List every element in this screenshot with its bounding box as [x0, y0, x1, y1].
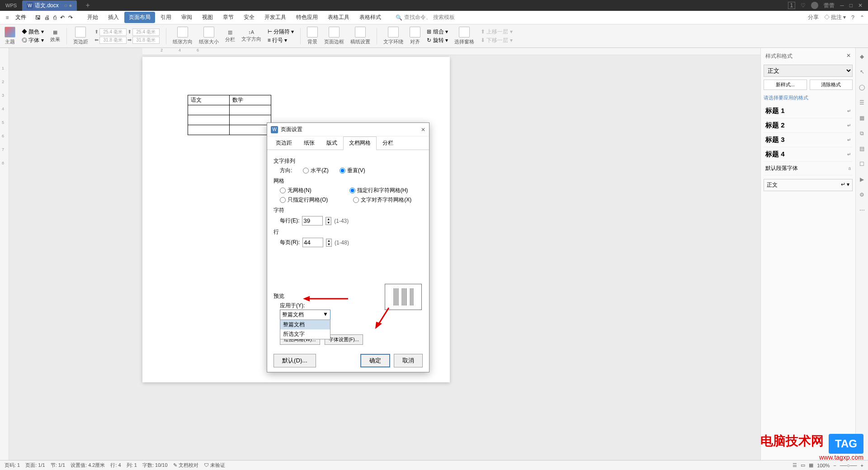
tool-grid-icon[interactable]: ▤	[858, 145, 866, 153]
tab-special[interactable]: 特色应用	[292, 12, 322, 23]
vertical-ruler[interactable]: 1234 5678	[0, 48, 9, 460]
tool-link-icon[interactable]: ⧉	[858, 129, 866, 137]
table-cell[interactable]: 语文	[188, 95, 230, 105]
columns-button[interactable]: ▥分栏	[225, 29, 235, 43]
add-tab-button[interactable]: +	[86, 1, 90, 9]
tab-review[interactable]: 审阅	[177, 12, 197, 23]
zoom-value[interactable]: 100%	[817, 463, 830, 468]
style-default-font[interactable]: 默认段落字体a	[764, 162, 853, 175]
linenum-button[interactable]: ≡ 行号 ▾	[268, 37, 294, 44]
perpage-spinner[interactable]: ▲▼	[326, 239, 332, 247]
dlg-tab-margins[interactable]: 页边距	[270, 136, 298, 150]
current-style-select[interactable]: 正文	[764, 65, 853, 77]
margin-right-input[interactable]	[132, 37, 160, 44]
style-h1[interactable]: 标题 1↵	[764, 104, 853, 118]
badge[interactable]: 1	[788, 2, 796, 9]
save-icon[interactable]: 🖫	[35, 14, 41, 21]
tool-text-icon[interactable]: ☰	[858, 99, 866, 107]
zoom-out-icon[interactable]: −	[833, 463, 836, 468]
view-page-icon[interactable]: ▭	[801, 462, 805, 468]
wrap-button[interactable]: 文字环绕	[383, 27, 403, 45]
print-icon[interactable]: 🖨	[44, 14, 50, 21]
tab-tablestyle[interactable]: 表格样式	[355, 12, 386, 23]
perline-spinner[interactable]: ▲▼	[326, 217, 331, 225]
dlg-tab-grid[interactable]: 文档网格	[343, 136, 377, 150]
tool-more-icon[interactable]: ⋯	[858, 206, 866, 214]
aligngrid-radio[interactable]: 文字对齐字符网格(X)	[353, 196, 411, 204]
collapse-ribbon-icon[interactable]: ⌃	[860, 14, 864, 21]
ok-button[interactable]: 确定	[360, 354, 390, 367]
font-button[interactable]: ◎ 字体 ▾	[22, 37, 44, 44]
document-table[interactable]: 语文数学	[188, 95, 271, 135]
style-h4[interactable]: 标题 4↵	[764, 147, 853, 162]
dlg-tab-layout[interactable]: 版式	[321, 136, 343, 150]
tab-tabletools[interactable]: 表格工具	[323, 12, 354, 23]
tab-insert[interactable]: 插入	[104, 12, 123, 23]
close-tab-icon[interactable]: ○ ●	[64, 2, 72, 9]
status-row[interactable]: 行: 4	[110, 462, 121, 469]
breaks-button[interactable]: ⊢ 分隔符 ▾	[268, 28, 294, 36]
tool-table-icon[interactable]: ▦	[858, 114, 866, 122]
margins-button[interactable]: 页边距	[73, 27, 88, 45]
status-pos[interactable]: 设置值: 4.2厘米	[71, 462, 105, 469]
rotate-button[interactable]: ↻ 旋转 ▾	[427, 37, 448, 44]
menu-icon[interactable]: ≡	[4, 14, 11, 21]
status-verify[interactable]: 🛡 未验证	[204, 462, 225, 469]
file-menu[interactable]: 文件	[12, 13, 30, 22]
color-button[interactable]: ◆ 颜色 ▾	[22, 28, 44, 36]
cancel-button[interactable]: 取消	[394, 354, 423, 367]
search-placeholder[interactable]: 搜索模板	[433, 14, 455, 21]
note-button[interactable]: ◇ 批注 ▾	[824, 14, 846, 21]
perline-input[interactable]	[302, 216, 323, 226]
dropdown-option-selection[interactable]: 所选文字	[280, 329, 330, 339]
maximize-icon[interactable]: □	[849, 2, 853, 9]
style-h3[interactable]: 标题 3↵	[764, 133, 853, 147]
applyto-combo[interactable]: 整篇文档▼	[280, 310, 330, 320]
group-button[interactable]: ⊞ 组合 ▾	[427, 28, 448, 36]
minimize-icon[interactable]: ─	[840, 2, 844, 9]
status-section[interactable]: 节: 1/1	[51, 462, 65, 469]
cloud-icon[interactable]: ♡	[801, 2, 806, 9]
redo-icon[interactable]: ↷	[68, 14, 73, 21]
view-web-icon[interactable]: ▦	[809, 462, 813, 468]
tool-image-icon[interactable]: ☐	[858, 160, 866, 168]
vertical-radio[interactable]: 垂直(V)	[340, 167, 365, 174]
dlg-tab-columns[interactable]: 分栏	[377, 136, 399, 150]
margin-bottom-input[interactable]	[132, 28, 160, 36]
status-page[interactable]: 页码: 1	[5, 462, 20, 469]
effect-button[interactable]: ▦效果	[50, 29, 60, 43]
background-button[interactable]: 背景	[307, 27, 318, 45]
zoom-in-icon[interactable]: +	[861, 463, 863, 468]
style-h2[interactable]: 标题 2↵	[764, 118, 853, 133]
perpage-input[interactable]	[302, 238, 323, 247]
papersize-button[interactable]: 纸张大小	[199, 27, 219, 45]
dropdown-option-wholedoc[interactable]: 整篇文档	[280, 320, 330, 329]
avatar[interactable]	[811, 2, 818, 9]
tool-select-icon[interactable]: ◆	[858, 52, 866, 61]
horizontal-radio[interactable]: 水平(Z)	[303, 167, 328, 174]
close-icon[interactable]: ✕	[858, 2, 863, 9]
tab-start[interactable]: 开始	[83, 12, 103, 23]
linegrid-radio[interactable]: 只指定行网格(O)	[280, 196, 328, 204]
dlg-tab-paper[interactable]: 纸张	[298, 136, 321, 150]
margin-left-input[interactable]	[99, 37, 127, 44]
preview-icon[interactable]: ⎙	[53, 14, 57, 21]
default-button[interactable]: 默认(D)...	[274, 354, 316, 367]
zoom-slider[interactable]: ──○──	[840, 463, 857, 468]
orientation-button[interactable]: 纸张方向	[173, 27, 193, 45]
search-icon[interactable]: 🔍	[396, 14, 402, 21]
status-col[interactable]: 列: 1	[127, 462, 137, 469]
document-tab[interactable]: W 语文.docx ○ ●	[22, 0, 77, 11]
view-outline-icon[interactable]: ☰	[793, 462, 797, 468]
tool-shape-icon[interactable]: ◯	[858, 83, 866, 91]
theme-button[interactable]: 主题	[5, 27, 15, 45]
help-icon[interactable]: ?	[851, 14, 854, 21]
textdir-button[interactable]: ↕A文字方向	[241, 29, 261, 42]
tool-settings-icon[interactable]: ⚙	[858, 191, 866, 199]
dialog-close-icon[interactable]: ✕	[421, 127, 425, 133]
table-cell[interactable]: 数学	[230, 95, 271, 105]
tab-dev[interactable]: 开发工具	[260, 12, 291, 23]
horizontal-ruler[interactable]: 246	[142, 48, 760, 55]
tab-references[interactable]: 引用	[156, 12, 176, 23]
writing-button[interactable]: 稿纸设置	[350, 27, 370, 45]
